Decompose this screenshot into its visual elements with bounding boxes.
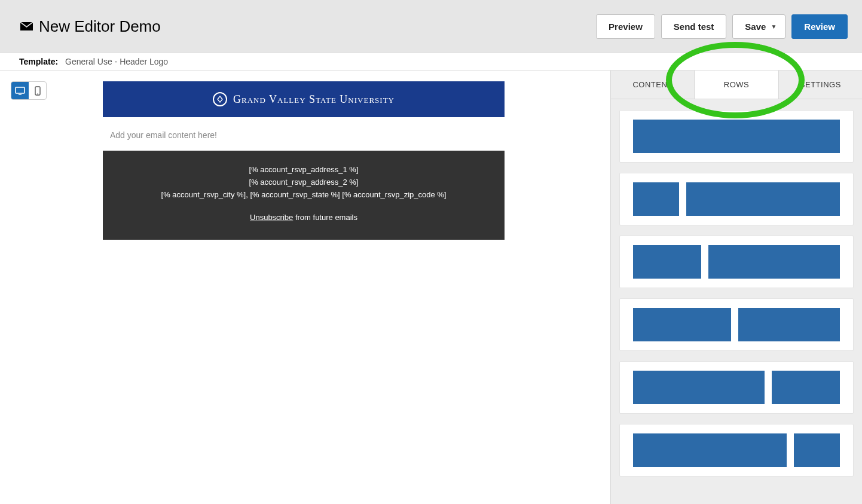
review-button[interactable]: Review: [791, 14, 848, 39]
email-header-block[interactable]: Grand Valley State University: [103, 81, 505, 117]
gvsu-seal-icon: [213, 92, 227, 106]
mobile-view-button[interactable]: [29, 82, 46, 99]
canvas-area: Grand Valley State University Add your e…: [0, 71, 610, 504]
save-button[interactable]: Save ▼: [732, 14, 785, 39]
email-body[interactable]: Grand Valley State University Add your e…: [103, 81, 505, 240]
unsubscribe-link[interactable]: Unsubscribe: [250, 213, 293, 222]
row-layout-col: [633, 371, 765, 404]
row-layout-col: [772, 371, 840, 404]
top-buttons: Preview Send test Save ▼ Review: [596, 14, 848, 39]
device-toggle: [11, 81, 47, 100]
row-layout-col: [794, 433, 840, 467]
page-title: New Editor Demo: [39, 17, 161, 36]
template-label: Template:: [19, 57, 58, 66]
email-footer-block[interactable]: [% account_rsvp_address_1 %] [% account_…: [103, 151, 505, 240]
title-wrap: New Editor Demo: [20, 17, 161, 36]
svg-rect-2: [19, 94, 22, 95]
footer-line-1: [% account_rsvp_address_1 %]: [110, 164, 497, 176]
row-layout-2[interactable]: [619, 236, 854, 288]
row-layout-0[interactable]: [619, 110, 854, 163]
right-panel: CONTENT ROWS SETTINGS: [610, 71, 862, 504]
row-layout-col: [633, 245, 701, 279]
row-layout-col: [686, 182, 840, 216]
footer-line-2: [% account_rsvp_address_2 %]: [110, 176, 497, 189]
email-content-placeholder[interactable]: Add your email content here!: [103, 117, 505, 151]
footer-line-3: [% account_rsvp_city %], [% account_rsvp…: [110, 189, 497, 201]
template-row: Template: General Use - Header Logo: [0, 53, 862, 71]
desktop-view-button[interactable]: [11, 82, 29, 99]
brand-text: Grand Valley State University: [233, 93, 395, 106]
row-layout-col: [738, 308, 840, 341]
preview-button[interactable]: Preview: [596, 14, 655, 39]
envelope-icon: [20, 22, 33, 30]
tab-rows[interactable]: ROWS: [695, 71, 778, 99]
rows-list: [611, 99, 862, 488]
send-test-button[interactable]: Send test: [661, 14, 727, 39]
tab-settings[interactable]: SETTINGS: [779, 71, 862, 99]
row-layout-1[interactable]: [619, 173, 854, 225]
row-layout-col: [633, 433, 787, 467]
unsubscribe-row: Unsubscribe from future emails: [110, 212, 497, 224]
chevron-down-icon: ▼: [771, 23, 777, 30]
svg-point-4: [37, 93, 38, 94]
row-layout-5[interactable]: [619, 424, 854, 476]
row-layout-3[interactable]: [619, 298, 854, 351]
panel-tabs: CONTENT ROWS SETTINGS: [611, 71, 862, 99]
row-layout-col: [633, 182, 679, 216]
svg-rect-1: [16, 87, 25, 93]
unsubscribe-rest: from future emails: [293, 213, 357, 222]
row-layout-col: [633, 120, 840, 153]
tab-content[interactable]: CONTENT: [611, 71, 695, 99]
row-layout-col: [708, 245, 840, 279]
row-layout-4[interactable]: [619, 361, 854, 414]
main-area: Grand Valley State University Add your e…: [0, 71, 862, 504]
template-value: General Use - Header Logo: [65, 57, 168, 66]
top-bar: New Editor Demo Preview Send test Save ▼…: [0, 0, 862, 53]
save-label: Save: [745, 22, 766, 32]
row-layout-col: [633, 308, 731, 341]
